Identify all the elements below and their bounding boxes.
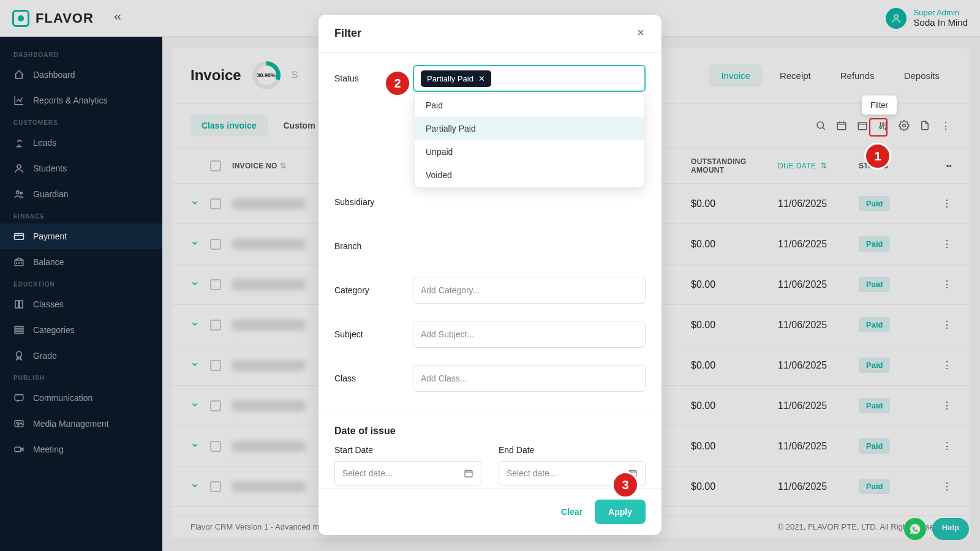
apply-button[interactable]: Apply <box>595 500 646 524</box>
date-issue-heading: Date of issue <box>334 416 646 440</box>
category-input[interactable]: Add Category... <box>413 277 646 304</box>
class-label: Class <box>334 373 405 383</box>
branch-label: Branch <box>334 241 405 251</box>
status-chip: Partially Paid ✕ <box>421 70 491 87</box>
modal-title: Filter <box>334 27 361 40</box>
status-dropdown: PaidPartially PaidUnpaidVoided <box>414 93 644 187</box>
filter-highlight <box>869 118 888 137</box>
status-input[interactable]: Partially Paid ✕ PaidPartially PaidUnpai… <box>413 65 646 92</box>
close-icon[interactable] <box>636 28 646 40</box>
calendar-icon <box>464 468 473 478</box>
callout-2: 2 <box>384 70 411 97</box>
subject-label: Subject <box>334 329 405 339</box>
subsidiary-label: Subsidiary <box>334 197 405 207</box>
svg-rect-21 <box>465 470 472 477</box>
category-label: Category <box>334 285 405 295</box>
issue-start-input[interactable]: Select date... <box>334 461 481 485</box>
status-option-partially-paid[interactable]: Partially Paid <box>415 117 644 140</box>
filter-tooltip: Filter <box>862 96 897 114</box>
callout-1: 1 <box>864 143 891 170</box>
callout-3: 3 <box>612 471 639 498</box>
status-option-unpaid[interactable]: Unpaid <box>415 140 644 163</box>
status-option-voided[interactable]: Voided <box>415 163 644 187</box>
issue-start-label: Start Date <box>334 445 481 455</box>
subject-input[interactable]: Add Subject... <box>413 321 646 348</box>
issue-end-label: End Date <box>499 445 646 455</box>
chip-remove-icon[interactable]: ✕ <box>478 74 485 83</box>
class-input[interactable]: Add Class... <box>413 365 646 392</box>
clear-button[interactable]: Clear <box>561 507 582 517</box>
status-option-paid[interactable]: Paid <box>415 94 644 117</box>
filter-modal: Filter Status Partially Paid ✕ PaidParti… <box>318 15 662 535</box>
